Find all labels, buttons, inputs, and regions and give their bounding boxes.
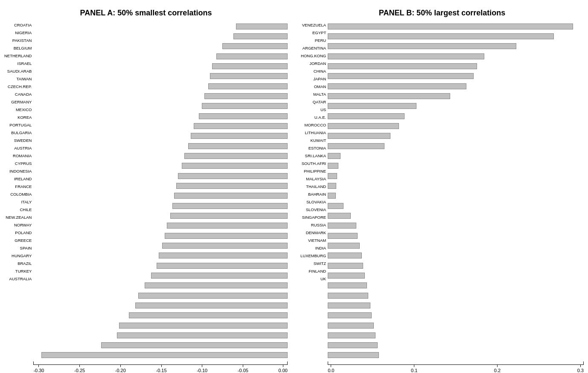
panel-b-x-tick-label: 0.1 — [411, 368, 417, 373]
panel-b-bar — [328, 53, 484, 59]
panel-a-country-label: CHILE — [4, 206, 32, 213]
panels-container: PANEL A: 50% smallest correlations CROAT… — [0, 0, 588, 373]
panel-a-bar-row — [33, 42, 288, 51]
panel-b: PANEL B: 50% largest correlations VENEZU… — [300, 9, 584, 373]
panel-a-bar-row — [33, 151, 288, 160]
panel-b-country-label: MALAYSIA — [300, 176, 326, 182]
panel-a-bar-row — [33, 281, 288, 290]
panel-b-bar-row — [328, 121, 584, 130]
panel-a-bar-row — [33, 231, 288, 240]
panel-a-x-tick-line — [202, 365, 202, 367]
panel-a-x-tick-line — [243, 365, 243, 367]
panel-a-bar-row — [33, 211, 288, 220]
panel-a-x-tick-line — [79, 365, 80, 367]
panel-a-bar — [216, 53, 288, 59]
panel-b-bar-row — [328, 162, 584, 170]
panel-a-bar-row — [33, 72, 288, 81]
panel-a-bar — [184, 153, 288, 159]
panel-a-bar — [129, 312, 288, 318]
panel-a-bar — [167, 223, 288, 229]
panel-a-country-label: CZECH.REP. — [4, 83, 32, 90]
panel-b-bar — [328, 223, 356, 229]
panel-a-bar — [172, 203, 288, 209]
panel-a-bar — [212, 63, 288, 69]
panel-b-country-label: SOUTH.AFRI — [300, 160, 326, 167]
panel-b-bar-row — [328, 191, 584, 200]
panel-b-bar-row — [328, 62, 584, 70]
panel-a-bar — [119, 323, 288, 329]
panel-b-country-label: CHINA — [300, 68, 326, 75]
panel-b-x-tick: 0.1 — [411, 365, 417, 373]
panel-b-bar-row — [328, 151, 584, 160]
panel-b-bar-row — [328, 231, 584, 240]
panel-b-x-tick-line — [580, 365, 581, 367]
panel-a-country-label: AUSTRIA — [4, 145, 32, 152]
panel-a-title: PANEL A: 50% smallest correlations — [80, 9, 212, 18]
panel-a-bar — [101, 342, 288, 348]
panel-a-x-tick: -0.30 — [33, 365, 44, 373]
panel-b-country-label: LUXEMBURG — [300, 253, 326, 259]
panel-a-bar — [41, 352, 288, 358]
panel-b-bar — [328, 273, 365, 279]
panel-b-bar — [328, 323, 374, 329]
panel-a-bar — [182, 163, 288, 169]
panel-b-bar — [328, 113, 405, 119]
panel-b-bar-row — [328, 141, 584, 150]
panel-b-bar — [328, 173, 337, 179]
panel-b-country-label: ESTONIA — [300, 145, 326, 152]
panel-b-country-label: FINLAND — [300, 268, 326, 275]
panel-b-country-label: PHILIPPINE — [300, 168, 326, 175]
panel-b-bar-row — [328, 102, 584, 111]
panel-a-x-tick-label: -0.10 — [197, 368, 207, 373]
panel-a-country-label: SPAIN — [4, 245, 32, 252]
panel-b-country-label: MALTA — [300, 91, 326, 98]
panel-a-bar — [191, 133, 288, 139]
panel-a-bar-row — [33, 162, 288, 170]
panel-a-bar — [170, 213, 288, 219]
panel-a-bar — [208, 83, 288, 89]
panel-b-country-label: THAILAND — [300, 183, 326, 190]
panel-a-country-label: PAKISTAN — [4, 37, 32, 44]
panel-a-bar — [157, 263, 288, 269]
panel-a-x-tick: -0.25 — [74, 365, 85, 373]
panel-b-bar — [328, 63, 477, 69]
panel-a-bar-row — [33, 331, 288, 340]
panel-b-country-label: SINGAPORE — [300, 214, 326, 221]
panel-b-bar — [328, 303, 370, 308]
panel-b-country-label: MOROCCO — [300, 122, 326, 129]
panel-a-bar-row — [33, 32, 288, 41]
panel-a-country-label: SWEDEN — [4, 137, 32, 144]
panel-b-bar-row — [328, 241, 584, 250]
panel-b-bar — [328, 312, 372, 318]
panel-a-bar-row — [33, 191, 288, 200]
panel-b-bar-row — [328, 341, 584, 350]
panel-b-x-tick-line — [497, 365, 498, 367]
panel-b-country-label: SRI.LANKA — [300, 153, 326, 159]
panel-a: PANEL A: 50% smallest correlations CROAT… — [4, 9, 288, 373]
panel-b-bar — [328, 193, 335, 199]
panel-a-y-labels: CROATIANIGERIAPAKISTANBELGIUMNETHERLANDI… — [4, 22, 32, 373]
panel-b-bar-row — [328, 351, 584, 360]
panel-a-country-label: NIGERIA — [4, 29, 32, 36]
panel-a-country-label: ITALY — [4, 199, 32, 206]
panel-a-x-tick-label: -0.30 — [33, 368, 44, 373]
panel-b-bar-row — [328, 221, 584, 230]
panel-a-x-tick-label: -0.20 — [115, 368, 126, 373]
panel-a-country-label: NETHERLAND — [4, 53, 32, 59]
panel-b-bar — [328, 293, 368, 299]
panel-b-x-tick: 0.3 — [577, 365, 584, 373]
panel-a-country-label: CANADA — [4, 91, 32, 98]
panel-a-x-tick-label: -0.25 — [74, 368, 85, 373]
panel-b-country-label: DENMARK — [300, 229, 326, 236]
panel-b-y-labels: VENEZUELAEGYPTPERUARGENTINAHONG.KONGJORD… — [300, 22, 326, 373]
panel-b-x-tick-line — [414, 365, 414, 367]
panel-a-x-tick: -0.05 — [238, 365, 248, 373]
panel-a-country-label: IRELAND — [4, 176, 32, 182]
panel-a-bar — [145, 282, 288, 288]
panel-a-bar-row — [33, 251, 288, 260]
panel-b-country-label: EGYPT — [300, 29, 326, 36]
panel-a-country-label: CYPRUS — [4, 160, 32, 167]
panel-b-country-label: LITHUANIA — [300, 129, 326, 136]
panel-b-bar-row — [328, 132, 584, 141]
panel-b-country-label: US — [300, 106, 326, 113]
